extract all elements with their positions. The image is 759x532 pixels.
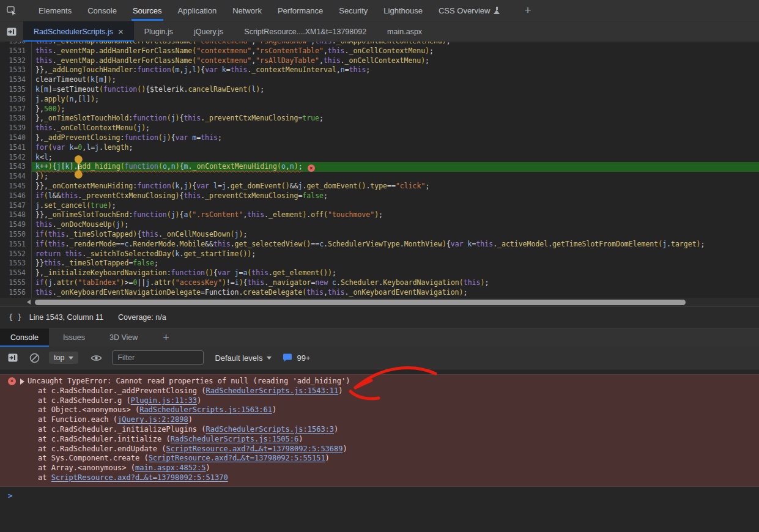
code-line[interactable]: if(l&&this._preventCtxMenuClosing){this.… [32,191,759,201]
panel-tab-network[interactable]: Network [224,0,270,21]
code-line[interactable]: this._onCellContextMenu(j); [32,124,759,133]
code-line[interactable]: k<l; [32,153,759,163]
line-number[interactable]: 1541 [0,143,32,153]
pretty-print-icon[interactable]: { } [9,313,22,322]
drawer-tab-console[interactable]: Console [0,328,49,347]
close-tab-icon[interactable]: × [118,27,124,36]
code-line[interactable]: j.set_cancel(true); [32,201,759,211]
code-line[interactable]: k++){j[k].add_hiding(function(o,n){m._on… [32,162,759,172]
line-number[interactable]: 1555 [0,278,32,288]
stack-link[interactable]: main.aspx:4852:5 [135,464,206,472]
create-live-expression-button[interactable] [90,353,103,363]
line-number[interactable]: 1552 [0,249,32,259]
stack-link[interactable]: RadSchedulerScripts.js:1563:3 [206,425,335,434]
code-line[interactable]: },_initializeKeyboardNavigation:function… [32,268,759,278]
line-number[interactable]: 1550 [0,230,32,240]
stack-link[interactable]: jQuery.js:2:2898 [117,415,188,424]
stack-link[interactable]: ScriptResource.axd?d…&t=13798092:5:55151 [149,454,325,462]
clear-console-button[interactable] [29,352,40,364]
code-line[interactable]: j.apply(n,[l]); [32,95,759,105]
line-number[interactable]: 1553 [0,259,32,268]
stack-link[interactable]: ScriptResource.axd?d…&t=13798092:5:53689 [166,445,343,453]
line-number[interactable]: 1543 [0,162,32,172]
stack-link[interactable]: RadSchedulerScripts.js:1563:61 [139,405,272,414]
code-editor[interactable]: 1530this._eventMap.addHandlerForClassNam… [0,42,759,306]
code-line[interactable]: k[m]=setTimeout(function(){$telerik.canc… [32,85,759,95]
log-levels-dropdown[interactable]: Default levels [215,353,272,363]
line-number[interactable]: 1545 [0,182,32,191]
selection-handle-bottom[interactable] [75,171,83,179]
code-line[interactable]: }},_onTimeSlotTouchEnd:function(j){a(".r… [32,210,759,220]
file-tab-plugin-js[interactable]: Plugin.js [134,21,183,42]
file-tab-radschedulerscripts-js[interactable]: RadSchedulerScripts.js× [23,21,134,42]
code-line[interactable]: this._eventMap.addHandlerForClassName("c… [32,56,759,66]
panel-tab-css-overview[interactable]: CSS Overview [431,0,509,21]
code-line[interactable]: for(var k=0,l=j.length; [32,143,759,153]
drawer-tab-3d-view[interactable]: 3D View [99,328,148,347]
code-line[interactable]: if(j.attr("tabIndex")>=0||j.attr("access… [32,278,759,288]
panel-tab-security[interactable]: Security [331,0,376,21]
editor-horizontal-scrollbar[interactable] [0,298,759,306]
line-number[interactable]: 1531 [0,46,32,56]
expand-triangle-icon[interactable] [20,379,24,385]
selection-handle-top[interactable] [75,155,83,163]
stack-link[interactable]: RadSchedulerScripts.js:1543:11 [206,386,339,395]
line-number[interactable]: 1536 [0,95,32,105]
issues-button[interactable] [283,353,292,363]
toggle-device-toolbar-button[interactable] [0,0,23,21]
line-number[interactable]: 1535 [0,85,32,95]
stack-link[interactable]: ScriptResource.axd?d…&t=13798092:5:51370 [51,473,228,482]
line-number[interactable]: 1551 [0,240,32,249]
panel-tab-sources[interactable]: Sources [125,0,170,21]
line-number[interactable]: 1530 [0,42,32,46]
code-line[interactable]: }},_onContextMenuHiding:function(k,j){va… [32,182,759,191]
stack-link[interactable]: RadSchedulerScripts.js:1505:6 [171,435,299,443]
console-prompt[interactable]: > [0,491,759,504]
line-number[interactable]: 1548 [0,210,32,220]
panel-tab-application[interactable]: Application [170,0,225,21]
line-number[interactable]: 1538 [0,114,32,124]
issues-count-badge[interactable]: 99+ [297,353,310,363]
code-line[interactable]: this._eventMap.addHandlerForClassName("c… [32,46,759,56]
line-number[interactable]: 1542 [0,153,32,163]
panel-tab-performance[interactable]: Performance [270,0,331,21]
panel-tab-elements[interactable]: Elements [31,0,80,21]
code-line[interactable]: this._onKeyboardEventNavigationDelegate=… [32,288,759,298]
code-line[interactable]: return this._switchToSelectedDay(k.get_s… [32,249,759,259]
show-navigator-button[interactable] [0,21,23,42]
drawer-tab-issues[interactable]: Issues [53,328,95,347]
add-drawer-tab-button[interactable]: + [163,328,169,347]
code-line[interactable]: }}this._timeSlotTapped=false; [32,259,759,268]
line-number[interactable]: 1547 [0,201,32,211]
line-number[interactable]: 1556 [0,288,32,298]
line-number[interactable]: 1537 [0,105,32,114]
line-number[interactable]: 1534 [0,75,32,85]
add-panel-button[interactable]: + [517,0,538,21]
file-tab-jquery-js[interactable]: jQuery.js [183,21,234,42]
code-line[interactable]: if(this._timeSlotTapped){this._onCellMou… [32,230,759,240]
line-number[interactable]: 1532 [0,56,32,66]
file-tab-scriptresource-xm1-t-13798092[interactable]: ScriptResource....XM1&t=13798092 [234,21,377,42]
line-number[interactable]: 1540 [0,133,32,143]
javascript-context-selector[interactable]: top [49,352,78,364]
code-line[interactable]: }},_addLongTouchHandler:function(m,j,l){… [32,65,759,75]
code-line[interactable]: this._eventMap.addHandlerForClassName("c… [32,42,759,46]
code-line[interactable]: this._onDocMouseUp(j); [32,220,759,230]
scrollbar-left-arrow-icon[interactable] [27,300,31,305]
code-line[interactable]: }); [32,172,759,182]
line-number[interactable]: 1546 [0,191,32,201]
code-line[interactable]: },500); [32,105,759,114]
show-console-sidebar-button[interactable] [7,352,18,363]
console-filter-input[interactable] [112,350,204,365]
stack-link[interactable]: Plugin.js:11:33 [131,396,197,405]
code-line[interactable]: },_onTimeSlotTouchHold:function(j){this.… [32,114,759,124]
code-line[interactable]: },_addPreventClosing:function(j){var m=t… [32,133,759,143]
panel-tab-console[interactable]: Console [80,0,125,21]
file-tab-main-aspx[interactable]: main.aspx [377,21,432,42]
line-number[interactable]: 1544 [0,172,32,182]
line-number[interactable]: 1539 [0,124,32,133]
code-line[interactable]: clearTimeout(k[m]); [32,75,759,85]
panel-tab-lighthouse[interactable]: Lighthouse [376,0,431,21]
line-number[interactable]: 1549 [0,220,32,230]
scrollbar-thumb[interactable] [35,300,686,305]
